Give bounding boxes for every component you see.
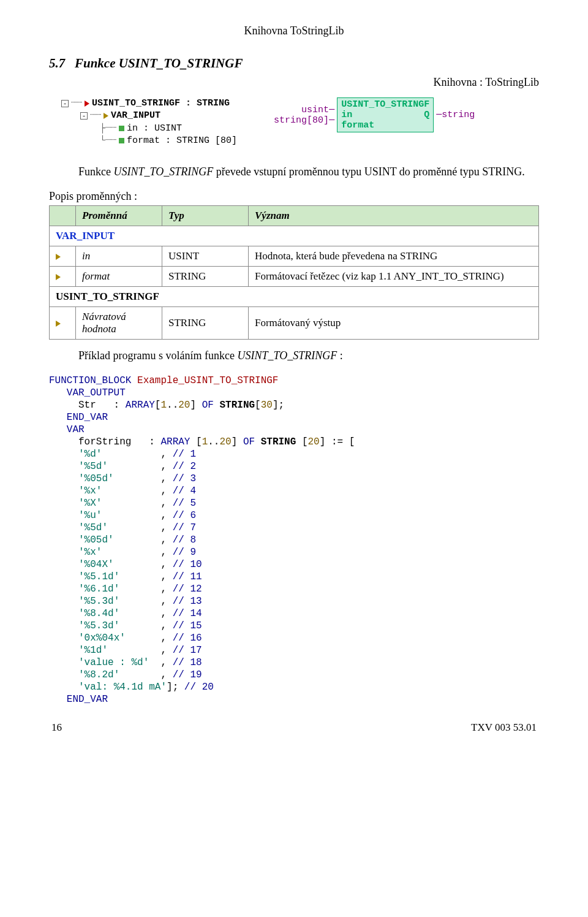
text: Funkce [78, 166, 114, 178]
cell-type: USINT [162, 246, 249, 267]
tree-collapse-icon[interactable]: - [61, 100, 69, 107]
cell-desc: Formátovací řetězec (viz kap 1.1 ANY_INT… [249, 267, 539, 287]
fb-left-in: usint [301, 105, 329, 115]
text-em: USINT_TO_STRINGF [114, 166, 214, 178]
example-caption: Příklad programu s voláním funkce USINT_… [49, 348, 539, 363]
cell-type: STRING [162, 267, 249, 287]
fb-port-format: format [341, 120, 429, 131]
cell-name: in [76, 246, 162, 267]
text: : [337, 349, 343, 362]
tree-collapse-icon[interactable]: - [80, 112, 88, 120]
input-var-icon [56, 254, 61, 260]
var-group-icon [104, 113, 108, 119]
page-number: 16 [51, 721, 62, 734]
fb-port-q: Q [424, 110, 429, 120]
section-title: Funkce USINT_TO_STRINGF [75, 56, 243, 70]
page-footer: 16 TXV 003 53.01 [49, 721, 539, 734]
tree-fn-sig: USINT_TO_STRINGF : STRING [92, 97, 230, 110]
return-var-icon [56, 321, 61, 327]
input-var-icon [56, 274, 61, 280]
section-heading: 5.7 Funkce USINT_TO_STRINGF [49, 56, 539, 71]
tree-var-input: VAR_INPUT [111, 110, 160, 122]
table-row: Návratová hodnota STRING Formátovaný výs… [50, 307, 539, 340]
table-row: in USINT Hodnota, která bude převedena n… [50, 246, 539, 267]
doc-number: TXV 003 53.01 [471, 721, 537, 734]
description-paragraph: Funkce USINT_TO_STRINGF převede vstupní … [49, 164, 539, 179]
variables-table: Proměnná Typ Význam VAR_INPUT in USINT H… [49, 205, 539, 340]
cell-desc: Hodnota, která bude převedena na STRING [249, 246, 539, 267]
var-icon [119, 126, 124, 131]
declaration-tree: -┈┈ USINT_TO_STRINGF : STRING -┈┈ VAR_IN… [61, 97, 237, 147]
fb-port-in: in [341, 110, 352, 120]
running-header: Knihovna ToStringLib [49, 25, 539, 37]
text-em: USINT_TO_STRINGF [237, 349, 337, 362]
diagram-row: -┈┈ USINT_TO_STRINGF : STRING -┈┈ VAR_IN… [61, 97, 539, 147]
fb-title: USINT_TO_STRINGF [341, 99, 429, 110]
vars-caption: Popis proměnných : [49, 190, 539, 203]
tree-format-decl: format : STRING [80] [127, 135, 237, 147]
var-icon [119, 138, 124, 143]
cell-name: format [76, 267, 162, 287]
function-icon [85, 101, 89, 107]
var-input-header: VAR_INPUT [50, 226, 539, 246]
cell-type: STRING [162, 307, 249, 340]
text: Příklad programu s voláním funkce [78, 349, 237, 362]
text: převede vstupní proměnnou typu USINT do … [213, 166, 525, 178]
section-number: 5.7 [49, 56, 65, 70]
code-block: FUNCTION_BLOCK Example_USINT_TO_STRINGF … [49, 375, 539, 706]
cell-name: Návratová hodnota [76, 307, 162, 340]
function-block-diagram: usint─ string[80]─ USINT_TO_STRINGF in Q… [274, 97, 475, 132]
func-name-header: USINT_TO_STRINGF [50, 287, 539, 307]
table-row: format STRING Formátovací řetězec (viz k… [50, 267, 539, 287]
fb-out-type: string [442, 110, 475, 120]
th-desc: Význam [249, 206, 539, 226]
tree-in-decl: in : USINT [127, 123, 182, 135]
th-type: Typ [162, 206, 249, 226]
th-icon [50, 206, 76, 226]
library-label: Knihovna : ToStringLib [49, 76, 539, 89]
fb-left-format: string[80] [274, 115, 329, 126]
cell-desc: Formátovaný výstup [249, 307, 539, 340]
th-name: Proměnná [76, 206, 162, 226]
